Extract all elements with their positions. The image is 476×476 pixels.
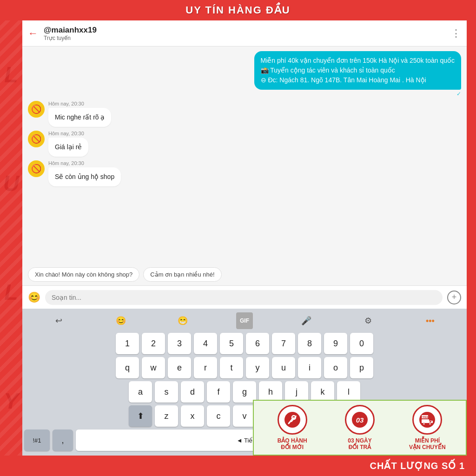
kb-sticker-button[interactable]: 😁	[174, 312, 191, 329]
keyboard-qwerty-row: q w e r t y u i o p	[24, 357, 465, 378]
kb-undo-button[interactable]: ↩	[51, 312, 67, 329]
kb-emoji-button[interactable]: 😊	[112, 312, 129, 329]
message-time: Hôm nay, 20:30	[48, 160, 121, 166]
header-username: @maianhxx19	[44, 26, 451, 35]
message-bubble: Miễn phí 40k vận chuyển đơn trên 150k Hà…	[254, 51, 461, 90]
header-status: Trực tuyến	[44, 35, 451, 41]
key-q[interactable]: q	[116, 357, 139, 378]
avatar: 🚫	[28, 131, 45, 147]
wrench-screwdriver-icon	[284, 411, 301, 428]
svg-text:03: 03	[356, 416, 364, 424]
key-symbols[interactable]: !#1	[24, 430, 50, 451]
quick-replies: Xin chào! Món này còn không shop? Cảm ơn…	[22, 264, 467, 285]
key-a[interactable]: a	[129, 381, 152, 403]
message-bubble: Giá lại rẻ	[48, 138, 88, 157]
keyboard-toolbar: ↩ 😊 😁 GIF 🎤 ⚙ •••	[24, 312, 465, 329]
more-options-button[interactable]: ⋮	[451, 27, 461, 40]
kb-more-button[interactable]: •••	[422, 312, 438, 329]
svg-point-13	[429, 423, 431, 425]
message-checkmark: ✓	[254, 91, 461, 97]
message-input[interactable]	[45, 290, 443, 305]
header-title-block: @maianhxx19 Trực tuyến	[44, 26, 451, 41]
bottom-banner: CHẤT LƯỢNG SỐ 1	[0, 456, 476, 476]
side-decoration-right	[467, 20, 476, 456]
quick-reply-1[interactable]: Xin chào! Món này còn không shop?	[28, 267, 139, 282]
top-banner-text: UY TÍN HÀNG ĐẦU	[185, 4, 291, 16]
key-c[interactable]: c	[207, 405, 230, 427]
kb-settings-button[interactable]: ⚙	[360, 312, 377, 329]
message-received-3: 🚫 Hôm nay, 20:30 Sẽ còn ủng hộ shop	[28, 160, 121, 186]
message-received-1: 🚫 Hôm nay, 20:30 Mic nghe rất rõ ạ	[28, 101, 111, 127]
svg-point-12	[423, 423, 425, 425]
free-shipping-truck-icon: FREE	[419, 411, 436, 428]
message-time: Hôm nay, 20:30	[48, 131, 88, 136]
key-7[interactable]: 7	[272, 333, 295, 354]
key-o[interactable]: o	[324, 357, 347, 378]
svg-text:FREE: FREE	[421, 416, 429, 418]
free-shipping-icon-circle: FREE	[412, 405, 442, 435]
message-sent-1: Miễn phí 40k vận chuyển đơn trên 150k Hà…	[254, 51, 461, 97]
key-3[interactable]: 3	[168, 333, 191, 354]
message-input-area: 😊 +	[22, 285, 467, 309]
message-received-2: 🚫 Hôm nay, 20:30 Giá lại rẻ	[28, 131, 88, 157]
chat-header: ← @maianhxx19 Trực tuyến ⋮	[22, 20, 467, 46]
outer-frame: UY TÍN HÀNG ĐẦU CHẤT LƯỢNG SỐ 1 L U L Y …	[0, 0, 476, 476]
message-bubble: Sẽ còn ủng hộ shop	[48, 167, 121, 186]
key-shift[interactable]: ⬆	[129, 405, 152, 427]
key-p[interactable]: p	[350, 357, 373, 378]
add-media-button[interactable]: +	[447, 291, 461, 304]
key-y[interactable]: y	[246, 357, 269, 378]
bottom-banner-text: CHẤT LƯỢNG SỐ 1	[370, 460, 465, 471]
svg-rect-11	[430, 421, 431, 423]
emoji-button[interactable]: 😊	[28, 291, 40, 304]
back-button[interactable]: ←	[28, 27, 38, 40]
phone-screen: ← @maianhxx19 Trực tuyến ⋮ Miễn phí 40k …	[22, 20, 467, 456]
key-z[interactable]: z	[155, 405, 178, 427]
message-time: Hôm nay, 20:30	[48, 101, 111, 106]
key-8[interactable]: 8	[298, 333, 321, 354]
warranty-label: BẢO HÀNHĐỔI MỚI	[278, 437, 307, 451]
avatar: 🚫	[28, 160, 45, 177]
key-t[interactable]: t	[220, 357, 243, 378]
key-u[interactable]: u	[272, 357, 295, 378]
bottom-icons-bar: BẢO HÀNHĐỔI MỚI 03 03 NGÀYĐỔI TRẢ FREE	[253, 400, 467, 456]
free-shipping-label: MIỄN PHÍVẬN CHUYỂN	[409, 437, 446, 451]
key-f[interactable]: f	[207, 381, 230, 403]
key-d[interactable]: d	[181, 381, 204, 403]
key-i[interactable]: i	[298, 357, 321, 378]
key-2[interactable]: 2	[142, 333, 165, 354]
kb-gif-button[interactable]: GIF	[236, 312, 253, 329]
key-w[interactable]: w	[142, 357, 165, 378]
key-4[interactable]: 4	[194, 333, 217, 354]
top-banner: UY TÍN HÀNG ĐẦU	[0, 0, 476, 20]
return-policy-icon-item: 03 03 NGÀYĐỔI TRẢ	[326, 405, 393, 451]
free-shipping-icon-item: FREE MIỄN PHÍVẬN CHUYỂN	[394, 405, 461, 451]
svg-rect-9	[422, 419, 429, 423]
keyboard-number-row: 1 2 3 4 5 6 7 8 9 0	[24, 333, 465, 354]
key-comma[interactable]: ,	[53, 430, 73, 451]
quick-reply-2[interactable]: Cảm ơn bạn nhiều nhé!	[143, 267, 221, 282]
warranty-icon-item: BẢO HÀNHĐỔI MỚI	[258, 405, 326, 451]
stripe-left	[0, 20, 22, 456]
key-r[interactable]: r	[194, 357, 217, 378]
key-5[interactable]: 5	[220, 333, 243, 354]
return-label: 03 NGÀYĐỔI TRẢ	[348, 437, 371, 451]
key-s[interactable]: s	[155, 381, 178, 403]
key-0[interactable]: 0	[350, 333, 373, 354]
key-9[interactable]: 9	[324, 333, 347, 354]
return-days-icon: 03	[351, 411, 368, 428]
key-1[interactable]: 1	[116, 333, 139, 354]
return-policy-icon-circle: 03	[345, 405, 375, 435]
key-6[interactable]: 6	[246, 333, 269, 354]
kb-mic-button[interactable]: 🎤	[298, 312, 315, 329]
warranty-icon-circle	[278, 405, 307, 435]
chat-messages: Miễn phí 40k vận chuyển đơn trên 150k Hà…	[22, 46, 467, 264]
key-x[interactable]: x	[181, 405, 204, 427]
message-bubble: Mic nghe rất rõ ạ	[48, 108, 111, 127]
key-e[interactable]: e	[168, 357, 191, 378]
avatar: 🚫	[28, 101, 45, 118]
